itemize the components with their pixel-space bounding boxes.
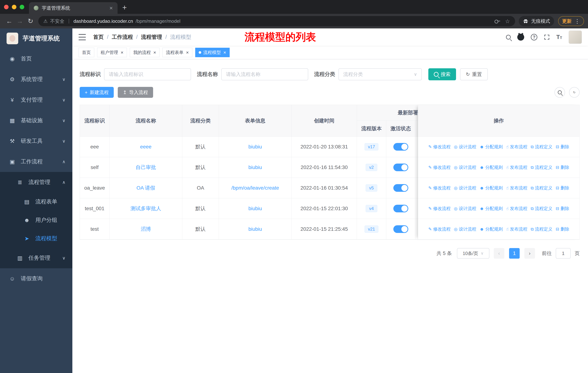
tag-process-model[interactable]: 流程模型 ×	[195, 48, 230, 57]
close-icon[interactable]: ×	[223, 50, 226, 55]
delete-link[interactable]: ⊟ 删除	[556, 144, 569, 150]
window-zoom-button[interactable]	[20, 5, 24, 9]
tab-close-icon[interactable]: ×	[109, 5, 113, 11]
process-name-link[interactable]: eeee	[110, 137, 182, 157]
sidebar-item-user-group[interactable]: ☻ 用户分组	[0, 211, 72, 229]
edit-process-link[interactable]: ✎ 修改流程	[428, 226, 451, 232]
create-process-button[interactable]: + 新建流程	[80, 87, 114, 98]
active-toggle[interactable]	[393, 184, 408, 192]
publish-process-link[interactable]: ☝ 发布流程	[506, 164, 527, 170]
design-process-link[interactable]: ◎ 设计流程	[454, 164, 476, 170]
assign-rule-link[interactable]: ☻ 分配规则	[480, 206, 503, 212]
assign-rule-link[interactable]: ☻ 分配规则	[480, 226, 503, 232]
browser-menu-icon[interactable]: ⋮	[575, 18, 580, 24]
help-icon[interactable]: ?	[531, 34, 537, 40]
process-definition-link[interactable]: ⧉ 流程定义	[531, 185, 552, 191]
form-info-link[interactable]: biubiu	[219, 157, 292, 178]
import-process-button[interactable]: ↥ 导入流程	[118, 87, 153, 98]
process-category-select[interactable]: 流程分类 ∨	[338, 68, 422, 80]
form-info-link[interactable]: biubiu	[219, 137, 292, 157]
sidebar-item-process-form[interactable]: ▤ 流程表单	[0, 192, 72, 211]
process-definition-link[interactable]: ⧉ 流程定义	[531, 144, 552, 150]
sidebar-item-process-management[interactable]: ≣ 流程管理 ∧	[0, 172, 72, 192]
delete-link[interactable]: ⊟ 删除	[556, 226, 569, 232]
design-process-link[interactable]: ◎ 设计流程	[454, 185, 476, 191]
design-process-link[interactable]: ◎ 设计流程	[454, 144, 476, 150]
close-icon[interactable]: ×	[121, 50, 123, 55]
user-avatar[interactable]	[569, 30, 582, 44]
process-name-link[interactable]: OA 请假	[110, 178, 182, 198]
sidebar-item-workflow[interactable]: ▣ 工作流程 ∧	[0, 151, 72, 172]
sidebar-item-dev-tools[interactable]: ⚒ 研发工具 ∨	[0, 131, 72, 151]
process-id-input[interactable]	[104, 68, 191, 80]
edit-process-link[interactable]: ✎ 修改流程	[428, 206, 451, 212]
window-close-button[interactable]	[4, 5, 9, 9]
delete-link[interactable]: ⊟ 删除	[556, 164, 569, 170]
hamburger-icon[interactable]	[79, 34, 86, 40]
design-process-link[interactable]: ◎ 设计流程	[454, 226, 476, 232]
prev-page-button[interactable]: ‹	[494, 248, 504, 259]
font-size-icon[interactable]: TT	[556, 34, 562, 40]
breadcrumb-process-management[interactable]: 流程管理	[141, 33, 162, 41]
bookmark-star-icon[interactable]: ☆	[505, 18, 510, 24]
browser-tab[interactable]: 芋道管理系统 ×	[29, 2, 117, 14]
process-name-input[interactable]	[221, 68, 308, 80]
security-label[interactable]: 不安全	[50, 18, 64, 24]
next-page-button[interactable]: ›	[524, 248, 535, 259]
page-1-button[interactable]: 1	[509, 248, 520, 259]
assign-rule-link[interactable]: ☻ 分配规则	[480, 185, 503, 191]
toggle-search-button[interactable]	[555, 87, 565, 98]
tag-home[interactable]: 首页	[79, 48, 94, 57]
sidebar-item-home[interactable]: ◉ 首页	[0, 49, 72, 69]
new-tab-button[interactable]: +	[122, 3, 127, 14]
breadcrumb-home[interactable]: 首页	[93, 33, 104, 41]
process-definition-link[interactable]: ⧉ 流程定义	[531, 226, 552, 232]
form-info-link[interactable]: biubiu	[219, 198, 292, 219]
form-info-link[interactable]: biubiu	[219, 219, 292, 240]
publish-process-link[interactable]: ☝ 发布流程	[506, 185, 527, 191]
edit-process-link[interactable]: ✎ 修改流程	[428, 164, 451, 170]
breadcrumb-workflow[interactable]: 工作流程	[112, 33, 133, 41]
process-name-link[interactable]: 滔博	[110, 219, 182, 240]
github-icon[interactable]	[517, 34, 524, 40]
process-definition-link[interactable]: ⧉ 流程定义	[531, 164, 552, 170]
tag-process-form[interactable]: 流程表单 ×	[162, 48, 192, 57]
search-icon[interactable]	[506, 35, 511, 40]
publish-process-link[interactable]: ☝ 发布流程	[506, 206, 527, 212]
design-process-link[interactable]: ◎ 设计流程	[454, 206, 476, 212]
process-name-link[interactable]: 自己审批	[110, 157, 182, 178]
sidebar-item-payment-management[interactable]: ¥ 支付管理 ∨	[0, 90, 72, 110]
active-toggle[interactable]	[393, 163, 408, 171]
window-minimize-button[interactable]	[12, 5, 16, 9]
edit-process-link[interactable]: ✎ 修改流程	[428, 144, 451, 150]
sidebar-item-infrastructure[interactable]: ▦ 基础设施 ∨	[0, 110, 72, 131]
tag-tenant-management[interactable]: 租户管理 ×	[97, 48, 127, 57]
publish-process-link[interactable]: ☝ 发布流程	[506, 144, 527, 150]
chrome-update-button[interactable]: 更新 ⋮	[558, 16, 584, 26]
edit-process-link[interactable]: ✎ 修改流程	[428, 185, 451, 191]
sidebar-item-leave-query[interactable]: ☺ 请假查询	[0, 268, 72, 289]
sidebar-item-system-management[interactable]: ⚙ 系统管理 ∨	[0, 69, 72, 90]
delete-link[interactable]: ⊟ 删除	[556, 185, 569, 191]
publish-process-link[interactable]: ☝ 发布流程	[506, 226, 527, 232]
sidebar-item-process-model[interactable]: ➤ 流程模型	[0, 229, 72, 248]
page-size-select[interactable]: 10条/页 ∨	[457, 248, 489, 259]
active-toggle[interactable]	[393, 225, 408, 233]
update-label[interactable]: 更新	[562, 18, 572, 24]
form-info-link[interactable]: /bpm/oa/leave/create	[219, 178, 292, 198]
delete-link[interactable]: ⊟ 删除	[556, 206, 569, 212]
forward-icon[interactable]: →	[15, 17, 25, 25]
reset-button[interactable]: ↻ 重置	[460, 68, 488, 80]
active-toggle[interactable]	[393, 143, 408, 151]
reload-icon[interactable]: ↻	[25, 17, 36, 25]
url-bar[interactable]: ⚠ 不安全 dashboard.yudao.iocoder.cn /bpm/ma…	[38, 16, 515, 26]
refresh-button[interactable]: ↻	[569, 87, 580, 98]
close-icon[interactable]: ×	[186, 50, 189, 55]
assign-rule-link[interactable]: ☻ 分配规则	[480, 144, 503, 150]
search-button[interactable]: 搜索	[428, 68, 456, 80]
active-toggle[interactable]	[393, 205, 408, 212]
process-definition-link[interactable]: ⧉ 流程定义	[531, 206, 552, 212]
back-icon[interactable]: ←	[4, 17, 15, 25]
tag-my-process[interactable]: 我的流程 ×	[130, 48, 159, 57]
password-key-icon[interactable]	[494, 20, 500, 23]
